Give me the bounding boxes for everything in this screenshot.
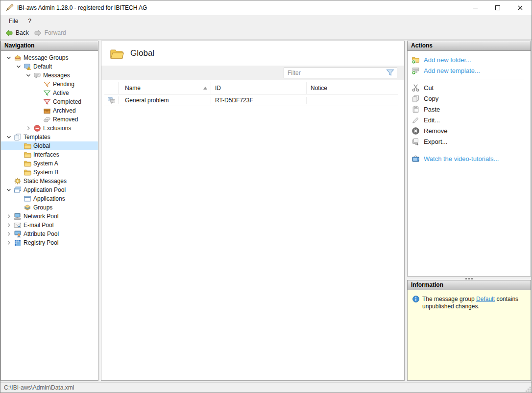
attribute-pool-icon (14, 230, 22, 238)
nav-item-system-a[interactable]: System A (1, 159, 98, 168)
action-add-new-template[interactable]: Add new template... (408, 65, 531, 76)
nav-item-applications[interactable]: Applications (1, 194, 98, 203)
nav-item-exclusions[interactable]: Exclusions (1, 124, 98, 133)
email-pool-icon (14, 221, 22, 229)
minimize-button[interactable] (464, 0, 486, 15)
workspace: Navigation Message GroupsDefaultMessages… (0, 40, 532, 382)
nav-item-groups[interactable]: Groups (1, 203, 98, 212)
nav-item-removed[interactable]: Removed (1, 115, 98, 124)
chevron-right-icon[interactable] (5, 221, 13, 229)
registry-pool-icon (14, 239, 22, 247)
actions-list: Add new folder...Add new template...CutC… (407, 51, 531, 277)
nav-item-global[interactable]: Global (1, 141, 98, 150)
filter-funnel-icon[interactable] (386, 69, 394, 76)
nav-item-pending[interactable]: Pending (1, 80, 98, 89)
chevron-down-icon[interactable] (5, 54, 13, 62)
back-button[interactable]: Back (3, 28, 32, 38)
chevron-right-icon[interactable] (5, 230, 13, 238)
active-filter-icon (43, 89, 51, 97)
nav-item-e-mail-pool[interactable]: E-mail Pool (1, 221, 98, 230)
action-edit[interactable]: Edit... (408, 115, 531, 125)
nav-item-default[interactable]: Default (1, 62, 98, 71)
add-template-icon (411, 67, 420, 75)
information-text: The message group Default contains unpub… (422, 296, 527, 310)
close-button[interactable] (509, 0, 532, 15)
info-icon (412, 295, 420, 303)
filter-band (101, 66, 404, 80)
message-groups-icon (14, 54, 22, 62)
nav-item-static-messages[interactable]: Static Messages (1, 177, 98, 185)
navigation-header: Navigation (0, 41, 98, 51)
menu-file[interactable]: File (4, 16, 23, 26)
action-add-new-folder[interactable]: Add new folder... (408, 54, 531, 65)
action-cut[interactable]: Cut (408, 82, 531, 93)
column-notice[interactable]: Notice (307, 82, 398, 94)
chevron-down-icon[interactable] (5, 186, 13, 194)
nav-item-application-pool[interactable]: Application Pool (1, 185, 98, 194)
pending-filter-icon (43, 80, 51, 88)
nav-item-messages[interactable]: Messages (1, 71, 98, 80)
actions-separator (411, 150, 524, 150)
data-file-path: C:\IBI-aws\Admin\Data.xml (4, 384, 74, 391)
nav-item-network-pool[interactable]: Network Pool (1, 212, 98, 221)
column-name[interactable]: Name (119, 82, 211, 94)
menu-bar: File? (0, 15, 532, 26)
nav-item-completed[interactable]: Completed (1, 97, 98, 106)
folder-icon (24, 168, 31, 176)
folder-icon (24, 160, 31, 167)
nav-item-registry-pool[interactable]: Registry Pool (1, 238, 98, 247)
back-icon (5, 29, 13, 37)
nav-item-system-b[interactable]: System B (1, 168, 98, 177)
filter-box (284, 68, 397, 78)
folder-open-icon (109, 47, 124, 60)
nav-item-active[interactable]: Active (1, 89, 98, 97)
templates-table: NameIDNotice General problemRT-D5DF723F (104, 82, 398, 106)
main-pane: Global NameIDNotice General problemRT-D5… (101, 41, 405, 381)
action-export[interactable]: Export... (408, 136, 531, 147)
column-id[interactable]: ID (211, 82, 307, 94)
information-pane: Information The message group Default co… (407, 280, 531, 381)
action-copy[interactable]: Copy (408, 93, 531, 104)
chevron-down-icon[interactable] (24, 71, 32, 79)
forward-button[interactable]: Forward (32, 28, 70, 38)
nav-item-interfaces[interactable]: Interfaces (1, 150, 98, 159)
resize-grip-icon[interactable] (524, 385, 531, 392)
cut-icon (411, 84, 420, 92)
nav-item-archived[interactable]: Archived (1, 106, 98, 115)
status-bar: C:\IBI-aws\Admin\Data.xml (0, 382, 532, 393)
toolbar: BackForward (0, 26, 532, 40)
nav-item-templates[interactable]: Templates (1, 133, 98, 141)
action-paste[interactable]: Paste (408, 104, 531, 115)
table-header-row: NameIDNotice (104, 82, 398, 94)
menu-help[interactable]: ? (23, 16, 36, 26)
page-title: Global (130, 48, 154, 58)
maximize-button[interactable] (486, 0, 509, 15)
chevron-right-icon[interactable] (5, 239, 13, 247)
filter-input[interactable] (284, 69, 386, 76)
default-group-link[interactable]: Default (476, 296, 495, 302)
exclusions-icon (33, 124, 41, 132)
chevron-down-icon[interactable] (15, 63, 23, 70)
nav-item-message-groups[interactable]: Message Groups (1, 53, 98, 62)
main-header: Global (101, 41, 404, 66)
chevron-right-icon[interactable] (24, 124, 32, 132)
information-header: Information (407, 280, 531, 290)
folder-icon (24, 151, 31, 159)
paste-icon (411, 105, 420, 114)
window-title: IBI-aws Admin 1.28.0 - registered for IB… (17, 4, 147, 11)
table-row[interactable]: General problemRT-D5DF723F (104, 94, 398, 106)
minimize-icon (471, 4, 479, 12)
app-window: IBI-aws Admin 1.28.0 - registered for IB… (0, 0, 532, 393)
action-remove[interactable]: Remove (408, 125, 531, 136)
add-folder-icon (411, 56, 420, 64)
application-pool-icon (14, 186, 22, 194)
sort-asc-icon (202, 85, 208, 91)
column-icon[interactable] (104, 82, 119, 94)
archived-icon (43, 107, 51, 115)
chevron-down-icon[interactable] (5, 133, 13, 141)
chevron-right-icon[interactable] (5, 212, 13, 220)
action-watch-the-video-tutorials[interactable]: Watch the video-tutorials... (408, 153, 531, 164)
edit-icon (411, 116, 420, 124)
maximize-icon (494, 4, 502, 12)
nav-item-attribute-pool[interactable]: Attribute Pool (1, 230, 98, 238)
